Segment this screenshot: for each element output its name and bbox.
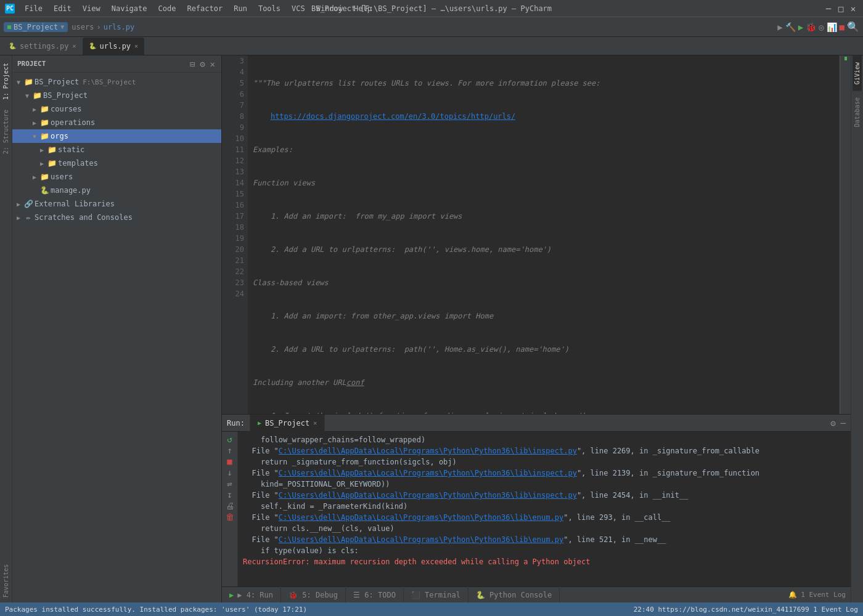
templates-label: templates: [58, 159, 98, 168]
menu-view[interactable]: View: [78, 3, 105, 14]
tree-bs-project[interactable]: ▼ 📁 BS_Project: [12, 89, 221, 102]
run-down-btn[interactable]: ↓: [227, 468, 232, 477]
debug-tab-label: 🐞 5: Debug: [288, 591, 338, 599]
bottom-panel-controls[interactable]: ⚙ ─: [829, 417, 851, 429]
inspect-link-2[interactable]: C:\Users\dell\AppData\Local\Programs\Pyt…: [279, 469, 577, 477]
inspect-link-1[interactable]: C:\Users\dell\AppData\Local\Programs\Pyt…: [279, 447, 577, 455]
clear-btn[interactable]: 🗑: [226, 512, 234, 522]
build-btn[interactable]: 🔨: [785, 22, 796, 32]
scroll-to-end-btn[interactable]: ↧: [227, 490, 232, 500]
debug-btn[interactable]: 🐞: [806, 22, 816, 32]
tab-settings-py[interactable]: 🐍 settings.py ✕: [2, 38, 83, 55]
root-arrow-icon: ▼: [15, 79, 22, 86]
line-num-22: 22: [222, 266, 244, 277]
line-num-8: 8: [222, 111, 244, 122]
terminal-tab[interactable]: ⬛ Terminal: [404, 586, 468, 603]
bottom-tab-run-close[interactable]: ✕: [313, 419, 317, 426]
menu-edit[interactable]: Edit: [49, 3, 76, 14]
menu-run[interactable]: Run: [229, 3, 252, 14]
line-num-3: 3: [222, 55, 244, 67]
toolbar-actions[interactable]: ▶ 🔨 ▶ 🐞 ◎ 📊 ■ 🔍: [777, 21, 859, 33]
root-label: BS_Project: [35, 78, 79, 86]
stop-run-btn[interactable]: ■: [227, 456, 232, 466]
sidebar-settings-btn[interactable]: ⚙: [198, 59, 206, 69]
maximize-button[interactable]: □: [836, 4, 846, 14]
tree-templates[interactable]: ▶ 📁 templates: [12, 156, 221, 170]
run-config-btn[interactable]: ▶: [777, 22, 782, 32]
left-tab-structure[interactable]: 2: Structure: [1, 105, 10, 159]
todo-tab-label: ☰ 6: TODO: [353, 591, 396, 599]
enum-link-2[interactable]: C:\Users\dell\AppData\Local\Programs\Pyt…: [279, 535, 563, 544]
line-num-24: 24: [222, 288, 244, 299]
run-btn[interactable]: ▶: [798, 22, 803, 32]
print-btn[interactable]: 🖨: [226, 501, 234, 511]
menu-navigate[interactable]: Navigate: [107, 3, 152, 14]
tree-manage-py[interactable]: ▶ 🐍 manage.py: [12, 184, 221, 197]
coverage-btn[interactable]: ◎: [819, 22, 824, 32]
status-message: Packages installed successfully. Install…: [5, 606, 307, 614]
orgs-arrow-icon: ▼: [31, 133, 38, 140]
bottom-tab-run[interactable]: ▶ BS_Project ✕: [250, 415, 325, 432]
profile-btn[interactable]: 📊: [827, 22, 837, 32]
orgs-folder-icon: 📁: [39, 132, 49, 140]
settings-gear-icon[interactable]: ⚙: [829, 417, 836, 429]
tree-external-libs[interactable]: ▶ 🔗 External Libraries: [12, 197, 221, 211]
search-everywhere-btn[interactable]: 🔍: [847, 21, 859, 33]
tab-urls-py-close[interactable]: ✕: [134, 43, 138, 49]
tab-urls-py[interactable]: 🐍 urls.py ✕: [83, 38, 145, 55]
project-selector[interactable]: ■ BS_Project ▼: [4, 22, 68, 32]
far-right-tab-giview[interactable]: GiView: [853, 55, 862, 91]
tab-settings-py-close[interactable]: ✕: [72, 43, 76, 49]
left-tab-project[interactable]: 1: Project: [1, 58, 10, 105]
run-output-line-6: File "C:\Users\dell\AppData\Local\Progra…: [243, 490, 846, 501]
minimize-button[interactable]: ─: [824, 4, 833, 14]
operations-arrow-icon: ▶: [31, 120, 38, 126]
external-libs-arrow-icon: ▶: [15, 201, 22, 208]
tree-operations[interactable]: ▶ 📁 operations: [12, 116, 221, 129]
python-console-tab[interactable]: 🐍 Python Console: [468, 586, 560, 603]
collapse-panel-btn[interactable]: ─: [840, 417, 847, 429]
menu-code[interactable]: Code: [153, 3, 181, 14]
left-tab-favorites[interactable]: Favorites: [1, 559, 10, 602]
bs-project-label: BS_Project: [43, 91, 88, 100]
todo-tab[interactable]: ☰ 6: TODO: [346, 586, 404, 603]
event-log-btn[interactable]: 🔔 1 Event Log: [788, 591, 851, 599]
menu-vcs[interactable]: VCS: [287, 3, 310, 14]
code-line-10: 1. Add an import: from other_app.views i…: [253, 310, 835, 322]
run-up-btn[interactable]: ↑: [227, 445, 232, 455]
tree-static[interactable]: ▶ 📁 static: [12, 143, 221, 156]
close-button[interactable]: ✕: [848, 4, 858, 14]
soft-wrap-btn[interactable]: ⇌: [227, 479, 232, 488]
line-num-7: 7: [222, 100, 244, 111]
tree-courses[interactable]: ▶ 📁 courses: [12, 102, 221, 116]
debug-tab[interactable]: 🐞 5: Debug: [281, 586, 346, 603]
inspect-link-3[interactable]: C:\Users\dell\AppData\Local\Programs\Pyt…: [279, 491, 577, 500]
menu-refactor[interactable]: Refactor: [182, 3, 227, 14]
menu-file[interactable]: File: [20, 3, 47, 14]
line-num-6: 6: [222, 89, 244, 100]
status-bar: Packages installed successfully. Install…: [0, 602, 863, 616]
project-dropdown-icon[interactable]: ▼: [60, 23, 64, 30]
run-tab[interactable]: ▶ ▶ 4: Run: [222, 586, 281, 603]
sidebar-hide-btn[interactable]: ✕: [209, 59, 216, 69]
run-control-buttons[interactable]: ↺ ↑ ■ ↓ ⇌ ↧ 🖨 🗑: [222, 432, 238, 586]
tree-orgs[interactable]: ▼ 📁 orgs: [12, 129, 221, 143]
code-editor[interactable]: """The urlpatterns list routes URLs to v…: [248, 55, 840, 414]
rerun-btn[interactable]: ↺: [227, 434, 232, 444]
enum-link-1[interactable]: C:\Users\dell\AppData\Local\Programs\Pyt…: [279, 513, 563, 522]
run-play-icon: ▶: [258, 419, 261, 426]
menu-tools[interactable]: Tools: [253, 3, 285, 14]
window-controls[interactable]: ─ □ ✕: [824, 4, 858, 14]
stop-btn[interactable]: ■: [840, 22, 845, 32]
tree-users[interactable]: ▶ 📁 users: [12, 170, 221, 184]
far-right-tab-database[interactable]: Database: [853, 91, 862, 133]
scratches-arrow-icon: ▶: [15, 214, 22, 221]
run-output-area: ↺ ↑ ■ ↓ ⇌ ↧ 🖨 🗑 follow_wrapper_chains=fo…: [222, 432, 851, 586]
sidebar-actions[interactable]: ⊟ ⚙ ✕: [189, 59, 216, 69]
code-line-5: Examples:: [253, 144, 835, 155]
orgs-label: orgs: [51, 132, 68, 140]
sidebar-collapse-all-btn[interactable]: ⊟: [189, 59, 196, 69]
operations-label: operations: [51, 118, 95, 127]
tree-root[interactable]: ▼ 📁 BS_Project F:\BS_Project: [12, 75, 221, 89]
tree-scratches[interactable]: ▶ ✏ Scratches and Consoles: [12, 211, 221, 224]
